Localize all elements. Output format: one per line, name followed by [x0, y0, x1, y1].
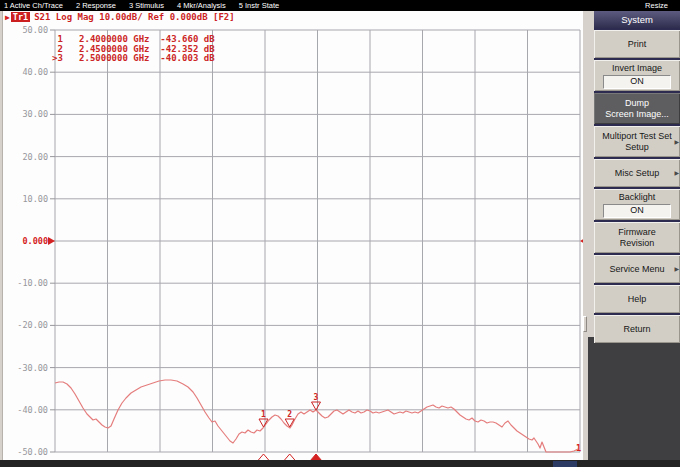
softkey-multiport-test-set-setup-label: Setup	[625, 142, 649, 153]
submenu-arrow-icon: ▶	[674, 264, 679, 275]
trace-status-bar[interactable]: ▶ Tr1 S21 Log Mag 10.00dB/ Ref 0.000dB […	[5, 11, 235, 23]
marker-2-number: 2	[287, 410, 292, 419]
s21-plot: 50.0040.0030.0020.0010.000.000-10.00-20.…	[3, 11, 583, 460]
y-axis-label: 0.000	[22, 236, 48, 246]
softkey-invert-image-label: Invert Image	[612, 63, 662, 74]
softkey-service-menu[interactable]: Service Menu▶	[594, 253, 680, 283]
top-menu-items: 1 Active Ch/Trace2 Response3 Stimulus4 M…	[4, 1, 292, 10]
marker-3-readout-row: >3 2.5000000 GHz -40.003 dB	[52, 54, 215, 64]
softkey-misc-setup-label: Misc Setup	[615, 168, 660, 179]
softkey-panel: System PrintInvert ImageONDumpScreen Ima…	[583, 11, 680, 460]
instrument-display: 50.0040.0030.0020.0010.000.000-10.00-20.…	[3, 11, 583, 460]
y-axis-label: -40.00	[17, 405, 48, 415]
softkey-misc-setup[interactable]: Misc Setup▶	[594, 157, 680, 187]
taskbar-accent	[553, 461, 577, 467]
submenu-arrow-icon: ▶	[674, 136, 679, 147]
y-axis-label: 50.00	[22, 25, 48, 35]
softkey-firmware-revision-label: Firmware	[618, 227, 656, 238]
y-axis-label: -50.00	[17, 447, 48, 457]
softkey-help-label: Help	[628, 294, 647, 305]
trace-badge[interactable]: Tr1	[11, 12, 30, 22]
reference-level-marker-left-icon	[48, 237, 55, 245]
y-axis-label: 10.00	[22, 194, 48, 204]
softkey-print[interactable]: Print	[594, 28, 680, 58]
y-axis-label: 20.00	[22, 152, 48, 162]
top-menu-item-2[interactable]: 2 Response	[76, 1, 116, 10]
softkey-return[interactable]: Return	[594, 313, 680, 343]
marker-1-number: 1	[261, 410, 266, 419]
bottom-status-bar	[0, 460, 680, 467]
marker-readout: 1 2.4000000 GHz -43.660 dB 2 2.4500000 G…	[52, 35, 215, 64]
y-axis-label: -20.00	[17, 320, 48, 330]
submenu-arrow-icon: ▶	[674, 168, 679, 179]
softkey-help[interactable]: Help	[594, 283, 680, 313]
top-menu-bar: 1 Active Ch/Trace2 Response3 Stimulus4 M…	[0, 0, 680, 11]
y-axis-label: -10.00	[17, 278, 48, 288]
softkey-multiport-test-set-setup[interactable]: Multiport Test SetSetup▶	[594, 124, 680, 157]
softkey-backlight-label: Backlight	[619, 192, 656, 203]
softkey-return-label: Return	[623, 324, 650, 335]
marker-3-symbol-icon	[312, 402, 321, 410]
active-trace-pointer-icon: ▶	[5, 13, 10, 22]
softkey-backlight[interactable]: BacklightON	[594, 187, 680, 220]
top-menu-item-4[interactable]: 4 Mkr/Analysis	[177, 1, 226, 10]
softkey-dump-screen-image[interactable]: DumpScreen Image...	[594, 91, 680, 124]
trace-tr1-s21	[55, 380, 578, 452]
softkey-invert-image-state: ON	[603, 75, 671, 89]
softkey-invert-image[interactable]: Invert ImageON	[594, 58, 680, 91]
menu-header-system: System	[594, 11, 680, 28]
top-menu-item-1[interactable]: 1 Active Ch/Trace	[4, 1, 63, 10]
y-axis-label: 30.00	[22, 109, 48, 119]
softkey-panel-empty-area	[588, 337, 680, 460]
softkey-print-label: Print	[628, 39, 647, 50]
marker-3-number: 3	[314, 393, 319, 402]
resize-button[interactable]: Resize	[645, 1, 668, 10]
softkey-service-menu-label: Service Menu	[609, 264, 664, 275]
trace-format-text: S21 Log Mag 10.00dB/ Ref 0.000dB [F2]	[34, 12, 234, 22]
softkey-multiport-test-set-setup-label: Multiport Test Set	[602, 131, 671, 142]
softkey-backlight-state: ON	[603, 204, 671, 218]
top-menu-item-5[interactable]: 5 Instr State	[239, 1, 279, 10]
channel-number-label: 1	[576, 443, 581, 453]
system-menu: System PrintInvert ImageONDumpScreen Ima…	[594, 11, 680, 343]
softkey-firmware-revision[interactable]: FirmwareRevision	[594, 220, 680, 253]
panel-splitter-handle[interactable]	[583, 316, 587, 332]
softkey-firmware-revision-label: Revision	[620, 238, 655, 249]
softkey-dump-screen-image-label: Dump	[625, 98, 649, 109]
y-axis-label: 40.00	[22, 67, 48, 77]
y-axis-label: -30.00	[17, 363, 48, 373]
softkey-dump-screen-image-label: Screen Image...	[605, 109, 669, 120]
top-menu-item-3[interactable]: 3 Stimulus	[129, 1, 164, 10]
